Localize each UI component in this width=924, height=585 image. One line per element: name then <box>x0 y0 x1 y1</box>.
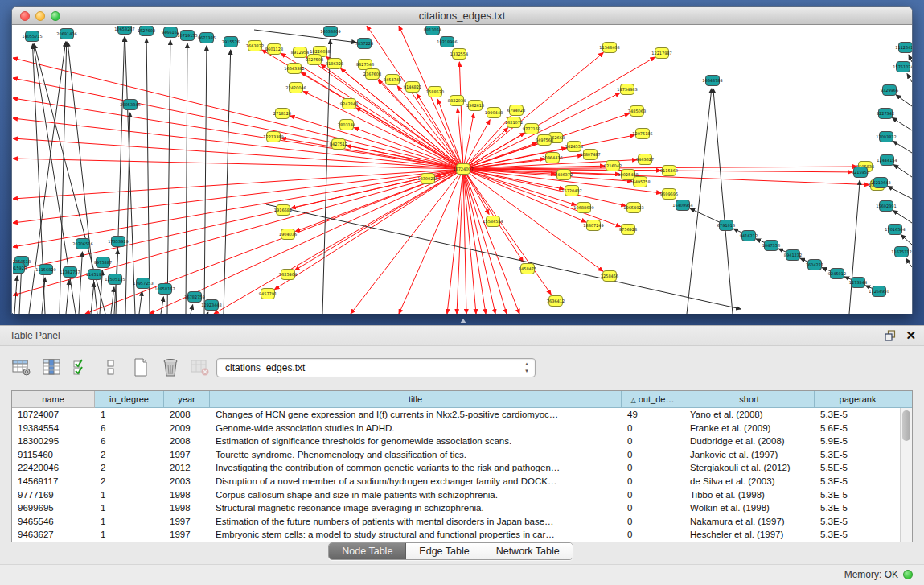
graph-node-20053346[interactable]: 20053346 <box>120 100 140 110</box>
close-panel-icon[interactable]: ✕ <box>906 328 916 343</box>
graph-node-9416212[interactable]: 9416212 <box>740 231 758 241</box>
citation-edge-red[interactable] <box>463 169 519 314</box>
table-select-dropdown[interactable]: citations_edges.txt ▲▼ <box>216 358 536 377</box>
graph-node-9699695[interactable]: 9699695 <box>660 189 678 200</box>
graph-node-16033809[interactable]: 16033809 <box>320 27 340 37</box>
graph-node-8822034[interactable]: 8822034 <box>448 96 466 106</box>
graph-node-2367608[interactable]: 2367608 <box>363 69 381 80</box>
graph-node-8215953[interactable]: 8215953 <box>852 167 869 178</box>
graph-node-1621072[interactable]: 1621072 <box>505 117 523 128</box>
new-column-icon[interactable] <box>130 357 151 378</box>
graph-node-17016504[interactable]: 17016504 <box>885 225 905 235</box>
citation-edge-black[interactable] <box>888 187 912 199</box>
graph-node-9329966[interactable]: 9329966 <box>881 85 898 96</box>
graph-node-12444154[interactable]: 12444154 <box>877 155 897 166</box>
citation-edge-black[interactable] <box>849 180 860 314</box>
graph-node-9777169[interactable]: 9777169 <box>523 124 540 134</box>
graph-node-14055715[interactable]: 14055715 <box>22 31 42 42</box>
panel-splitter-handle[interactable] <box>460 319 466 323</box>
graph-node-9827546[interactable]: 9827546 <box>356 60 374 70</box>
graph-node-20691406[interactable]: 20691406 <box>56 29 76 39</box>
graph-node-9671385[interactable]: 9671385 <box>198 33 216 43</box>
graph-node-10688609[interactable]: 10688609 <box>573 203 593 213</box>
graph-node-18807249[interactable]: 18807249 <box>583 220 603 231</box>
table-row[interactable]: 1456911722003Disruption of a novel membe… <box>12 475 912 488</box>
graph-node-20364436[interactable]: 20364436 <box>542 153 562 163</box>
citation-edge-black[interactable] <box>266 204 741 309</box>
table-row[interactable]: 1830029562008Estimation of significance … <box>12 435 912 448</box>
graph-node-10807487[interactable]: 10807487 <box>580 150 600 160</box>
graph-node-8941232[interactable]: 8941232 <box>784 250 802 261</box>
graph-node-1624554[interactable]: 1624554 <box>565 142 583 152</box>
tab-edge-table[interactable]: Edge Table <box>406 543 483 559</box>
graph-node-8454743[interactable]: 8454743 <box>384 75 401 85</box>
graph-node-1604221[interactable]: 1604221 <box>806 260 823 270</box>
graph-node-10958167[interactable]: 10958167 <box>154 284 175 295</box>
graph-node-1145194[interactable]: 1145194 <box>86 270 104 280</box>
network-graph[interactable]: 1872400786011288912954182260589327508165… <box>13 26 912 314</box>
graph-node-16782759[interactable]: 16782759 <box>184 292 204 303</box>
graph-node-9457791[interactable]: 9457791 <box>259 289 277 299</box>
citation-edge-black[interactable] <box>191 305 193 314</box>
column-header-pagerank[interactable]: pagerank <box>815 391 901 408</box>
graph-node-2718120[interactable]: 2718120 <box>273 109 291 119</box>
citation-edge-black[interactable] <box>186 43 187 314</box>
citation-edge-black[interactable] <box>893 141 912 153</box>
graph-node-10653287[interactable]: 10653287 <box>114 26 134 35</box>
graph-node-17957253[interactable]: 17957253 <box>133 278 153 289</box>
graph-node-15720407[interactable]: 15720407 <box>561 186 581 196</box>
graph-node-9227342[interactable]: 9227342 <box>877 109 894 119</box>
table-vertical-scrollbar[interactable] <box>900 408 912 542</box>
citation-edge-black[interactable] <box>66 280 69 314</box>
graph-node-1916682[interactable]: 1916682 <box>274 205 292 216</box>
graph-node-17353919[interactable]: 17353919 <box>108 237 128 247</box>
graph-node-7857224[interactable]: 7857224 <box>355 39 373 49</box>
graph-node-1362615[interactable]: 1362615 <box>466 101 484 111</box>
graph-node-3915923[interactable]: 3915923 <box>13 263 27 274</box>
graph-node-11548408[interactable]: 11548408 <box>599 43 619 53</box>
graph-node-1458475[interactable]: 1458475 <box>519 264 536 274</box>
citation-edge-black[interactable] <box>207 312 208 314</box>
table-row[interactable]: 1872400712008Changes of HCN gene express… <box>12 408 912 422</box>
citation-edge-red[interactable] <box>13 169 463 223</box>
float-panel-icon[interactable] <box>885 330 896 341</box>
citation-edge-black[interactable] <box>909 55 912 62</box>
citation-edge-red[interactable] <box>274 169 463 290</box>
citation-edge-black[interactable] <box>254 30 356 43</box>
graph-node-9975887[interactable]: 9975887 <box>94 257 112 268</box>
graph-node-9327508[interactable]: 9327508 <box>306 55 323 65</box>
table-row[interactable]: 946362711997Embryonic stem cells: a mode… <box>12 528 912 542</box>
graph-node-11675312[interactable]: 11675312 <box>891 247 911 257</box>
citation-edge-black[interactable] <box>893 165 912 177</box>
graph-node-8813054[interactable]: 8813054 <box>424 26 441 35</box>
graph-node-15751074[interactable]: 15751074 <box>893 62 912 72</box>
tab-node-table[interactable]: Node Table <box>329 543 406 559</box>
graph-node-19218986[interactable]: 19218986 <box>437 37 457 47</box>
graph-node-7663822[interactable]: 7663822 <box>246 41 264 51</box>
table-row[interactable]: 1938455462009Genome-wide association stu… <box>12 422 912 435</box>
citation-edge-black[interactable] <box>892 117 912 130</box>
table-row[interactable]: 977716911998Corpus callosum shape and si… <box>12 488 912 502</box>
graph-node-7915526[interactable]: 7915526 <box>222 37 240 47</box>
graph-node-1273544[interactable]: 1273544 <box>849 278 867 288</box>
citation-edge-black[interactable] <box>146 39 150 314</box>
graph-node-12217987[interactable]: 12217987 <box>651 48 671 59</box>
graph-node-6794028[interactable]: 6794028 <box>507 105 525 116</box>
citation-edge-black[interactable] <box>19 270 22 314</box>
graph-node-1904036[interactable]: 1904036 <box>279 229 297 240</box>
citation-edge-red[interactable] <box>447 169 463 314</box>
graph-node-9245012[interactable]: 9245012 <box>828 269 846 279</box>
citation-edge-black[interactable] <box>896 95 912 106</box>
column-header-out_de[interactable]: △out_de… <box>622 391 684 408</box>
table-row[interactable]: 969969511998Structural magnetic resonanc… <box>12 501 912 515</box>
citation-edge-red[interactable] <box>463 169 495 314</box>
graph-node-9756928[interactable]: 9756928 <box>619 225 637 235</box>
graph-node-6791913[interactable]: 6791913 <box>717 220 735 231</box>
graph-node-8427512[interactable]: 8427512 <box>330 139 347 150</box>
tab-network-table[interactable]: Network Table <box>483 543 573 559</box>
graph-node-6497568[interactable]: 6497568 <box>536 135 553 146</box>
citation-edge-black[interactable] <box>901 235 912 245</box>
citation-edge-black[interactable] <box>125 113 130 314</box>
column-header-year[interactable]: year <box>164 391 210 408</box>
graph-node-1527602[interactable]: 1527602 <box>138 26 155 36</box>
